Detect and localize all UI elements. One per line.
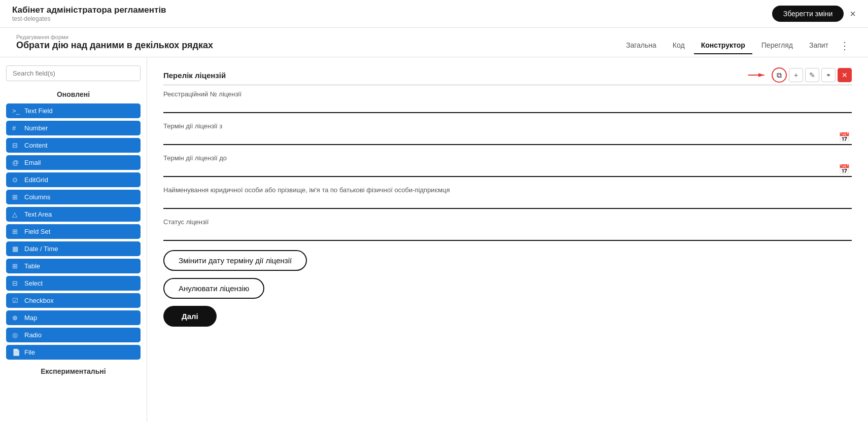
sidebar-item-textarea[interactable]: △ Text Area xyxy=(6,207,141,222)
sidebar-item-label: Content xyxy=(24,142,48,149)
main-layout: Оновлені >_ Text Field # Number ⊟ Conten… xyxy=(0,57,868,422)
sidebar-item-label: Checkbox xyxy=(24,297,54,304)
panel-divider xyxy=(163,85,852,85)
sidebar-item-label: EditGrid xyxy=(24,176,48,184)
number-icon: # xyxy=(12,124,20,132)
form-info: Редагування форми Обрати дію над даними … xyxy=(16,34,213,57)
radio-icon: ◎ xyxy=(12,331,20,339)
top-bar-actions: Зберегти зміни × xyxy=(772,6,856,22)
checkbox-icon: ☑ xyxy=(12,297,20,304)
sidebar-item-number[interactable]: # Number xyxy=(6,121,141,135)
field-label: Найменування юридичної особи або прізвищ… xyxy=(163,186,852,194)
sidebar-item-datetime[interactable]: ▦ Date / Time xyxy=(6,241,141,256)
file-icon: 📄 xyxy=(12,348,20,356)
next-button[interactable]: Далі xyxy=(163,306,217,327)
save-button[interactable]: Зберегти зміни xyxy=(772,6,844,22)
sidebar-item-label: Email xyxy=(24,159,41,166)
license-from-input[interactable] xyxy=(163,132,852,145)
textarea-icon: △ xyxy=(12,210,20,218)
sidebar-item-label: Text Area xyxy=(24,210,52,218)
form-title: Обрати дію над даними в декількох рядках xyxy=(16,40,213,57)
field-input-wrapper xyxy=(163,100,852,113)
field-label: Термін дії ліцензії до xyxy=(163,154,852,162)
delete-icon: ✕ xyxy=(842,71,848,79)
sub-header: Редагування форми Обрати дію над даними … xyxy=(0,28,868,57)
sidebar-item-label: File xyxy=(24,348,35,356)
cancel-license-button[interactable]: Анулювати ліцензію xyxy=(163,278,264,299)
form-panel: Перелік ліцензій xyxy=(163,67,852,327)
license-number-input[interactable] xyxy=(163,100,852,113)
link-icon: ⚭ xyxy=(826,72,831,79)
sidebar-section-experimental: Експериментальні xyxy=(6,367,141,375)
tab-query[interactable]: Запит xyxy=(802,37,836,54)
sidebar-item-email[interactable]: @ Email xyxy=(6,155,141,170)
sidebar-item-editgrid[interactable]: ⊙ EditGrid xyxy=(6,172,141,187)
arrow-svg xyxy=(747,70,768,80)
calendar-icon-2[interactable]: 📅 xyxy=(839,164,850,175)
nav-tabs: Загальна Код Конструктор Перегляд Запит … xyxy=(619,36,852,56)
tab-zahalna[interactable]: Загальна xyxy=(619,37,664,54)
license-to-input[interactable] xyxy=(163,164,852,177)
sidebar-item-map[interactable]: ⊕ Map xyxy=(6,310,141,325)
sidebar-item-label: Columns xyxy=(24,193,50,201)
sidebar: Оновлені >_ Text Field # Number ⊟ Conten… xyxy=(0,57,147,422)
app-info: Кабінет адміністратора регламентів test-… xyxy=(12,5,166,22)
field-company-name: Найменування юридичної особи або прізвищ… xyxy=(163,186,852,209)
copy-button[interactable]: ⧉ xyxy=(772,67,787,83)
plus-icon: + xyxy=(794,71,798,79)
company-name-input[interactable] xyxy=(163,196,852,209)
license-status-input[interactable] xyxy=(163,228,852,241)
field-input-wrapper xyxy=(163,196,852,209)
sidebar-item-label: Radio xyxy=(24,331,42,339)
sidebar-item-file[interactable]: 📄 File xyxy=(6,345,141,360)
field-label: Термін дії ліцензії з xyxy=(163,122,852,130)
sidebar-item-checkbox[interactable]: ☑ Checkbox xyxy=(6,293,141,308)
content-area: Перелік ліцензій xyxy=(147,57,868,422)
close-button[interactable]: × xyxy=(850,8,856,20)
field-label: Реєстраційний № ліцензії xyxy=(163,90,852,98)
field-license-from: Термін дії ліцензії з 📅 xyxy=(163,122,852,145)
table-icon: ⊞ xyxy=(12,262,20,270)
field-input-wrapper: 📅 xyxy=(163,164,852,177)
edit-button[interactable]: ✎ xyxy=(805,68,819,82)
sidebar-item-label: Select xyxy=(24,279,43,287)
copy-icon: ⧉ xyxy=(777,71,782,80)
sidebar-item-label: Number xyxy=(24,124,48,132)
form-panel-header: Перелік ліцензій xyxy=(163,67,852,83)
map-icon: ⊕ xyxy=(12,314,20,322)
tab-code[interactable]: Код xyxy=(666,37,692,54)
sidebar-item-label: Date / Time xyxy=(24,245,58,253)
columns-icon: ⊞ xyxy=(12,193,20,201)
form-toolbar: ⧉ + ✎ ⚭ ✕ xyxy=(747,67,852,83)
field-license-status: Статус ліцензії xyxy=(163,218,852,241)
search-input[interactable] xyxy=(6,65,141,81)
delete-button[interactable]: ✕ xyxy=(838,68,852,82)
calendar-icon[interactable]: 📅 xyxy=(839,132,850,143)
editgrid-icon: ⊙ xyxy=(12,176,20,184)
nav-more-icon[interactable]: ⋮ xyxy=(838,36,852,56)
content-icon: ⊟ xyxy=(12,142,20,149)
sidebar-item-fieldset[interactable]: ⊞ Field Set xyxy=(6,224,141,239)
top-bar: Кабінет адміністратора регламентів test-… xyxy=(0,0,868,28)
change-date-button[interactable]: Змінити дату терміну дії ліцензії xyxy=(163,250,307,271)
add-button[interactable]: + xyxy=(789,68,803,82)
edit-icon: ✎ xyxy=(809,71,815,79)
tab-constructor[interactable]: Конструктор xyxy=(694,37,752,54)
sidebar-item-radio[interactable]: ◎ Radio xyxy=(6,328,141,342)
tab-preview[interactable]: Перегляд xyxy=(754,37,800,54)
textfield-icon: >_ xyxy=(12,107,20,115)
sidebar-item-select[interactable]: ⊟ Select xyxy=(6,276,141,291)
field-license-number: Реєстраційний № ліцензії xyxy=(163,90,852,113)
sidebar-section-updated: Оновлені xyxy=(6,90,141,98)
field-license-to: Термін дії ліцензії до 📅 xyxy=(163,154,852,177)
sidebar-item-label: Text Field xyxy=(24,107,53,115)
sidebar-item-textfield[interactable]: >_ Text Field xyxy=(6,103,141,118)
sidebar-item-label: Map xyxy=(24,314,37,322)
select-icon: ⊟ xyxy=(12,279,20,287)
field-input-wrapper: 📅 xyxy=(163,132,852,145)
link-button[interactable]: ⚭ xyxy=(821,68,836,82)
arrow-indicator xyxy=(747,70,768,80)
sidebar-item-columns[interactable]: ⊞ Columns xyxy=(6,190,141,204)
sidebar-item-table[interactable]: ⊞ Table xyxy=(6,259,141,273)
sidebar-item-content[interactable]: ⊟ Content xyxy=(6,138,141,153)
